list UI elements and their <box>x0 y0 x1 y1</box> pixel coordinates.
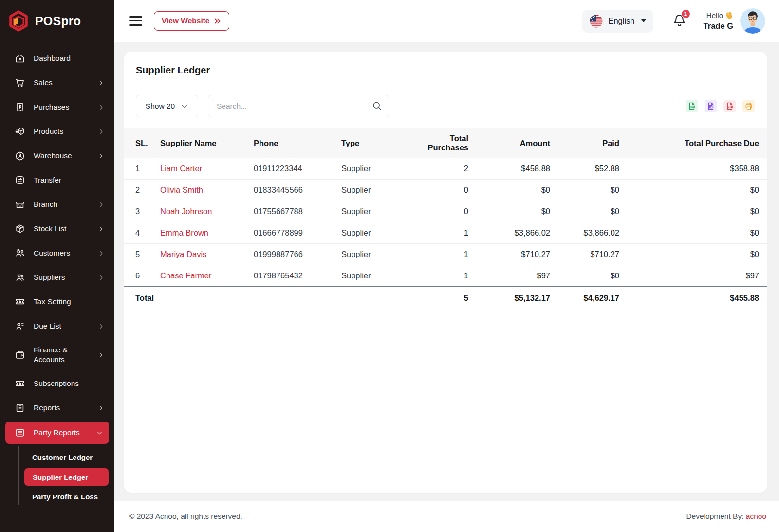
copyright-text: © 2023 Acnoo, all rights reserved. <box>129 512 242 521</box>
view-website-button[interactable]: View Website <box>154 11 229 31</box>
content-column: View Website <box>114 0 779 532</box>
cell-paid: $0 <box>556 201 625 222</box>
due-list-icon <box>15 321 25 331</box>
submenu-item-party-profit-loss[interactable]: Party Profit & Loss <box>0 487 114 507</box>
warehouse-icon <box>15 150 25 161</box>
cell-paid: $710.27 <box>556 244 625 265</box>
cell-phone: 01666778899 <box>248 222 335 244</box>
topbar: View Website <box>114 0 779 42</box>
cell-type: Supplier <box>335 158 408 180</box>
table-row: 4Emma Brown01666778899Supplier1$3,866.02… <box>124 222 767 244</box>
pdf-export-button[interactable]: PDF <box>723 100 736 112</box>
sidebar-item-dashboard[interactable]: Dashboard <box>0 46 114 71</box>
sidebar-item-reports[interactable]: Reports <box>0 396 114 420</box>
print-export-button[interactable] <box>742 100 755 112</box>
sidebar-item-due-list[interactable]: Due List <box>0 314 114 338</box>
cell-total-purchases: 0 <box>408 180 474 201</box>
double-chevron-right-icon <box>213 18 222 25</box>
finance-icon <box>15 349 25 360</box>
sidebar-item-transfer[interactable]: Transfer <box>0 168 114 192</box>
supplier-name-link[interactable]: Chase Farmer <box>160 271 211 280</box>
sidebar-item-branch[interactable]: Branch <box>0 192 114 217</box>
supplier-ledger-card: Supplier Ledger Show 20 CSVPDF <box>124 52 767 493</box>
column-header-paid: Paid <box>556 128 625 158</box>
sidebar-item-tax-setting[interactable]: Tax Setting <box>0 290 114 314</box>
search-icon[interactable] <box>372 101 382 111</box>
cell-total-purchase-due: $97 <box>625 265 767 287</box>
brand-name: POSpro <box>35 14 81 28</box>
table-row: 2Olivia Smith01833445566Supplier0$0$0$0 <box>124 180 767 201</box>
cell-phone: 01999887766 <box>248 244 335 265</box>
cell-total-purchases: 1 <box>408 265 474 287</box>
excel-export-button[interactable] <box>705 100 717 112</box>
total-amount: $5,132.17 <box>474 287 556 309</box>
sidebar-item-party-reports[interactable]: Party Reports <box>5 422 109 444</box>
table-body: 1Liam Carter01911223344Supplier2$458.88$… <box>124 158 767 287</box>
sidebar-item-purchases[interactable]: Purchases <box>0 95 114 119</box>
column-header-phone: Phone <box>248 128 335 158</box>
submenu-item-customer-ledger[interactable]: Customer Ledger <box>0 447 114 467</box>
supplier-name-link[interactable]: Olivia Smith <box>160 185 203 194</box>
table-total-row: Total5$5,132.17$4,629.17$455.88 <box>124 287 767 309</box>
store-icon <box>15 199 25 210</box>
table-header-row: SL.Supplier NamePhoneTypeTotal Purchases… <box>124 128 767 158</box>
cell-type: Supplier <box>335 201 408 222</box>
table-row: 3Noah Johnson01755667788Supplier0$0$0$0 <box>124 201 767 222</box>
supplier-name-link[interactable]: Noah Johnson <box>160 207 212 216</box>
column-header-sl: SL. <box>124 128 154 158</box>
submenu-item-supplier-ledger[interactable]: Supplier Ledger <box>24 468 109 486</box>
language-selector[interactable]: English <box>582 10 653 33</box>
column-header-type: Type <box>335 128 408 158</box>
home-icon <box>15 53 25 64</box>
cell-amount: $97 <box>474 265 556 287</box>
sidebar-item-finance-accounts[interactable]: Finance & Accounts <box>0 338 114 371</box>
main-content: Supplier Ledger Show 20 CSVPDF <box>114 42 779 501</box>
sidebar-item-warehouse[interactable]: Warehouse <box>0 144 114 168</box>
sidebar-item-suppliers[interactable]: Suppliers <box>0 265 114 290</box>
show-entries-select[interactable]: Show 20 <box>136 95 198 117</box>
excel-icon <box>706 102 715 110</box>
sidebar-item-products[interactable]: Products <box>0 119 114 144</box>
user-avatar[interactable] <box>740 8 765 34</box>
party-reports-icon <box>15 427 25 438</box>
development-credit: Development By: acnoo <box>686 512 766 521</box>
acnoo-link[interactable]: acnoo <box>746 512 766 520</box>
supplier-name-link[interactable]: Mariya Davis <box>160 250 206 258</box>
chevron-right-icon <box>97 274 105 281</box>
column-header-amount: Amount <box>474 128 556 158</box>
menu-toggle-icon[interactable] <box>129 16 142 26</box>
csv-export-button[interactable]: CSV <box>686 100 698 112</box>
total-label: Total <box>124 287 408 309</box>
cell-supplier-name: Liam Carter <box>154 158 248 180</box>
cell-amount: $3,866.02 <box>474 222 556 244</box>
cell-type: Supplier <box>335 244 408 265</box>
cell-supplier-name: Noah Johnson <box>154 201 248 222</box>
sidebar-item-sales[interactable]: Sales <box>0 71 114 95</box>
search-input[interactable] <box>208 95 389 117</box>
party-reports-submenu: Customer LedgerSupplier LedgerParty Prof… <box>0 445 114 508</box>
chevron-right-icon <box>97 225 105 233</box>
brand[interactable]: POSpro <box>0 0 114 42</box>
cell-supplier-name: Mariya Davis <box>154 244 248 265</box>
cell-phone: 01798765432 <box>248 265 335 287</box>
app-root: POSpro DashboardSalesPurchasesProductsWa… <box>0 0 779 532</box>
page-title: Supplier Ledger <box>124 52 767 86</box>
cell-phone: 01911223344 <box>248 158 335 180</box>
export-buttons: CSVPDF <box>686 100 755 112</box>
supplier-name-link[interactable]: Liam Carter <box>160 164 202 173</box>
chevron-right-icon <box>97 201 105 208</box>
sidebar-item-subscriptions[interactable]: Subscriptions <box>0 371 114 396</box>
notifications-button[interactable]: 1 <box>672 13 687 30</box>
cell-paid: $0 <box>556 180 625 201</box>
invoice-icon <box>15 102 25 112</box>
cell-amount: $0 <box>474 180 556 201</box>
sidebar-item-stock-list[interactable]: Stock List <box>0 217 114 241</box>
chevron-right-icon <box>97 152 105 160</box>
supplier-name-link[interactable]: Emma Brown <box>160 228 208 237</box>
cell-supplier-name: Olivia Smith <box>154 180 248 201</box>
sidebar-item-customers[interactable]: Customers <box>0 241 114 265</box>
cell-total-purchase-due: $358.88 <box>625 158 767 180</box>
cell-phone: 01755667788 <box>248 201 335 222</box>
chevron-right-icon <box>97 128 105 135</box>
cell-sl: 4 <box>124 222 154 244</box>
